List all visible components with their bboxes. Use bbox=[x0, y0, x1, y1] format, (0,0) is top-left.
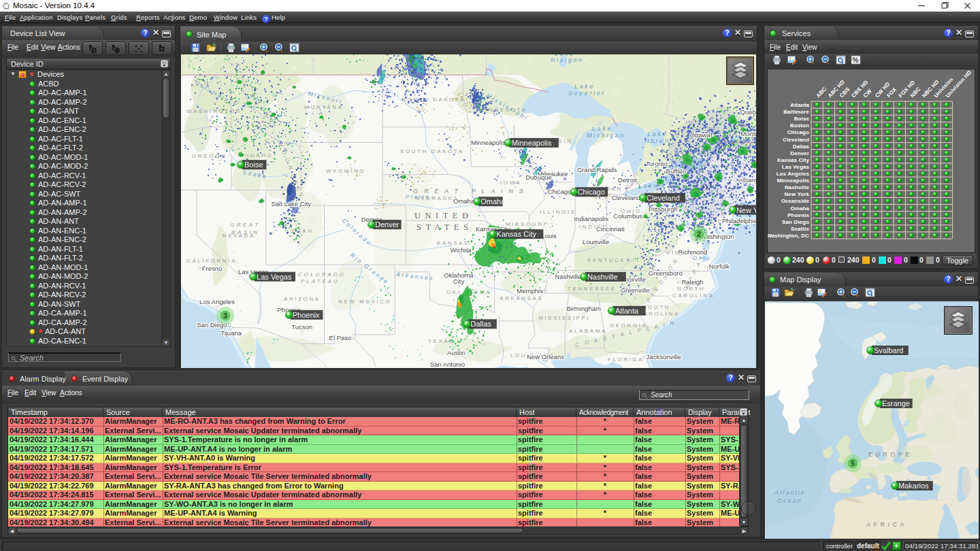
svg-text:Omaha: Omaha bbox=[480, 197, 506, 205]
svg-text:Norfolk: Norfolk bbox=[709, 263, 730, 270]
svg-text:Chicago: Chicago bbox=[577, 188, 604, 196]
svg-text:Minneapolis: Minneapolis bbox=[512, 139, 552, 147]
svg-text:COLORADO: COLORADO bbox=[298, 271, 346, 278]
svg-text:ABC: ABC bbox=[815, 86, 828, 99]
svg-text:Phoenix: Phoenix bbox=[787, 212, 809, 218]
svg-text:CW: CW bbox=[862, 88, 873, 99]
svg-text:Cleveland: Cleveland bbox=[783, 137, 809, 143]
svg-text:UNITED: UNITED bbox=[414, 211, 473, 220]
svg-text:Richmond: Richmond bbox=[678, 248, 707, 256]
svg-text:Toronto: Toronto bbox=[646, 160, 668, 167]
svg-text:Cincinnati: Cincinnati bbox=[596, 225, 625, 233]
svg-text:Denver: Denver bbox=[790, 150, 809, 156]
svg-text:Detroit: Detroit bbox=[618, 176, 637, 184]
svg-text:Grand Rapids: Grand Rapids bbox=[577, 166, 617, 173]
svg-text:Nashville: Nashville bbox=[587, 273, 618, 281]
svg-text:MISSOURI: MISSOURI bbox=[506, 221, 546, 227]
svg-text:City: City bbox=[453, 278, 465, 285]
svg-text:Las Vegas: Las Vegas bbox=[257, 273, 292, 281]
svg-text:Las Vegas: Las Vegas bbox=[782, 164, 809, 170]
svg-text:Minneapolis: Minneapolis bbox=[777, 178, 810, 184]
svg-text:Omaha: Omaha bbox=[790, 205, 809, 212]
svg-text:Boise: Boise bbox=[244, 161, 263, 169]
svg-text:ARKANSAS: ARKANSAS bbox=[500, 295, 543, 301]
svg-text:Greenville: Greenville bbox=[621, 286, 650, 294]
svg-text:New Orleans: New Orleans bbox=[527, 353, 564, 361]
svg-text:Minneapolis: Minneapolis bbox=[471, 139, 506, 146]
svg-text:Atlantic: Atlantic bbox=[774, 489, 806, 496]
svg-text:Quebec: Quebec bbox=[740, 108, 756, 116]
svg-text:Austin: Austin bbox=[447, 349, 465, 356]
svg-text:Wichita: Wichita bbox=[450, 246, 472, 254]
svg-text:Cleveland: Cleveland bbox=[612, 194, 640, 201]
svg-text:Dallas: Dallas bbox=[793, 144, 810, 150]
svg-text:IOWA: IOWA bbox=[500, 180, 521, 186]
svg-text:Makarios: Makarios bbox=[898, 482, 929, 490]
svg-text:Nashville: Nashville bbox=[555, 273, 581, 280]
svg-text:CALIFORNIA: CALIFORNIA bbox=[186, 258, 237, 264]
svg-text:TEXAS: TEXAS bbox=[428, 338, 455, 344]
svg-text:San Antonio: San Antonio bbox=[430, 361, 465, 368]
svg-text:Ocean: Ocean bbox=[777, 497, 802, 504]
svg-text:Philadelphia: Philadelphia bbox=[722, 217, 756, 224]
svg-text:Baltimore: Baltimore bbox=[783, 109, 809, 115]
svg-text:New York: New York bbox=[784, 191, 809, 197]
svg-text:SOUTH: SOUTH bbox=[642, 304, 670, 310]
svg-text:Raleigh: Raleigh bbox=[681, 278, 703, 286]
svg-text:Phoenix: Phoenix bbox=[293, 311, 320, 319]
svg-text:FLORIDA: FLORIDA bbox=[608, 356, 644, 363]
svg-text:Greensboro: Greensboro bbox=[649, 269, 683, 277]
svg-text:Michigan: Michigan bbox=[587, 132, 625, 139]
svg-text:ALABAMA: ALABAMA bbox=[569, 328, 607, 334]
svg-text:Seattle: Seattle bbox=[791, 226, 809, 232]
svg-text:Boise: Boise bbox=[794, 116, 810, 122]
svg-text:Lake: Lake bbox=[592, 125, 612, 132]
svg-text:3: 3 bbox=[223, 312, 227, 320]
svg-text:TENNESSEE: TENNESSEE bbox=[568, 286, 617, 292]
svg-text:WYOMING: WYOMING bbox=[326, 168, 365, 174]
svg-text:Buffalo: Buffalo bbox=[666, 167, 686, 175]
svg-text:Lake: Lake bbox=[574, 83, 595, 90]
svg-text:Columbus: Columbus bbox=[613, 212, 642, 220]
svg-text:El Paso: El Paso bbox=[329, 334, 352, 341]
svg-text:Ottawa: Ottawa bbox=[690, 131, 711, 139]
svg-text:PLATEAU: PLATEAU bbox=[301, 278, 340, 284]
svg-text:Platte: Platte bbox=[406, 194, 430, 200]
svg-text:Tucson: Tucson bbox=[291, 323, 312, 331]
svg-text:ARIZONA: ARIZONA bbox=[284, 296, 321, 302]
svg-text:Cleveland: Cleveland bbox=[647, 194, 680, 202]
svg-text:Los Angeles: Los Angeles bbox=[777, 171, 810, 177]
svg-text:San Diego: San Diego bbox=[782, 219, 809, 225]
svg-text:MISSISSIPPI: MISSISSIPPI bbox=[538, 315, 590, 321]
svg-text:Atlanta: Atlanta bbox=[615, 307, 639, 315]
svg-text:Dallas: Dallas bbox=[470, 320, 491, 328]
svg-text:NORTH: NORTH bbox=[677, 286, 705, 292]
svg-text:Salt Lake City: Salt Lake City bbox=[271, 200, 311, 207]
svg-text:Kansas City: Kansas City bbox=[496, 230, 536, 238]
svg-text:EUROPE: EUROPE bbox=[868, 451, 913, 458]
svg-text:Svalbard: Svalbard bbox=[874, 346, 903, 354]
svg-text:Jacksonville: Jacksonville bbox=[647, 353, 681, 361]
svg-text:NEW MEXICO: NEW MEXICO bbox=[338, 299, 391, 305]
svg-text:New York: New York bbox=[736, 206, 756, 214]
svg-text:MONTANA: MONTANA bbox=[304, 104, 344, 110]
svg-text:AFRICA: AFRICA bbox=[866, 521, 907, 528]
svg-text:Tijuana: Tijuana bbox=[220, 329, 242, 337]
svg-text:Denver: Denver bbox=[375, 220, 399, 229]
svg-text:STATES: STATES bbox=[416, 222, 472, 232]
svg-text:Indianapolis: Indianapolis bbox=[574, 215, 608, 222]
svg-text:5: 5 bbox=[851, 459, 855, 467]
svg-text:SOUTH DAKOTA: SOUTH DAKOTA bbox=[400, 148, 464, 154]
svg-text:Lake: Lake bbox=[647, 131, 668, 137]
svg-text:Nashville: Nashville bbox=[785, 184, 809, 190]
svg-text:Dubuque: Dubuque bbox=[525, 173, 552, 181]
svg-text:Fresno: Fresno bbox=[202, 265, 223, 272]
svg-text:OREGON: OREGON bbox=[192, 153, 227, 159]
svg-text:Chicago: Chicago bbox=[787, 129, 809, 135]
svg-text:Oceanside: Oceanside bbox=[781, 198, 810, 204]
svg-text:Pittsburgh: Pittsburgh bbox=[649, 205, 678, 213]
svg-text:GREAT: GREAT bbox=[230, 222, 260, 228]
svg-text:Atlanta: Atlanta bbox=[790, 102, 809, 108]
svg-text:Chicago: Chicago bbox=[548, 188, 572, 195]
svg-text:Omaha: Omaha bbox=[453, 197, 475, 205]
